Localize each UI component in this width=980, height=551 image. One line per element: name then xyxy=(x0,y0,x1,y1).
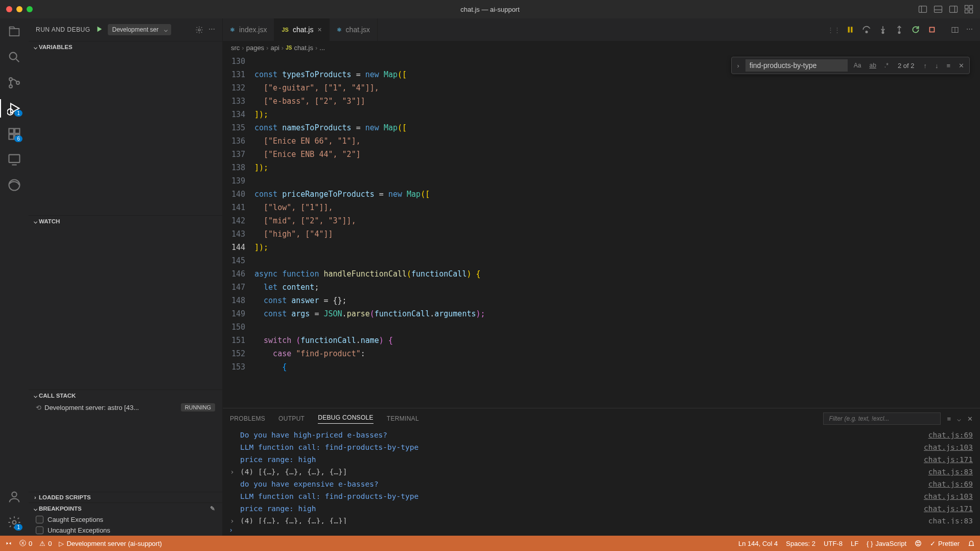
source-link[interactable]: chat.js:83 xyxy=(928,515,973,524)
feedback-icon[interactable] xyxy=(915,540,922,547)
find-selection-icon[interactable]: ≡ xyxy=(944,62,952,70)
source-link[interactable]: chat.js:103 xyxy=(924,490,973,502)
minimize-window-button[interactable] xyxy=(16,6,22,12)
source-control-icon[interactable] xyxy=(7,76,21,90)
split-editor-icon[interactable] xyxy=(951,25,959,35)
panel-tab-debug-console[interactable]: DEBUG CONSOLE xyxy=(318,414,374,424)
panel-tab-terminal[interactable]: TERMINAL xyxy=(387,415,419,422)
debug-session-status[interactable]: ▷ Development server (ai-support) xyxy=(59,540,161,547)
close-icon[interactable]: × xyxy=(317,26,321,34)
edit-icon[interactable]: ✎ xyxy=(210,505,219,512)
more-icon[interactable]: ⋯ xyxy=(208,25,215,35)
expand-icon[interactable]: › xyxy=(230,466,240,478)
svg-point-23 xyxy=(12,492,16,497)
editor-area: ⚛index.jsx JSchat.js× ⚛chat.jsx ⋮⋮ ⋯ src… xyxy=(223,18,980,536)
code-editor[interactable]: 1301311321331341351361371381391401411421… xyxy=(223,55,980,408)
debug-console[interactable]: Do you have high-priced e-basses?chat.js… xyxy=(223,429,980,524)
source-link[interactable]: chat.js:69 xyxy=(928,429,973,441)
whole-word-icon[interactable]: ab xyxy=(868,61,878,70)
settings-badge: 1 xyxy=(14,524,22,531)
match-case-icon[interactable]: Aa xyxy=(852,61,864,70)
debug-config-select[interactable]: Development ser ⌵ xyxy=(108,24,172,35)
layout-sidebar-right-icon[interactable] xyxy=(948,4,959,14)
layout-sidebar-left-icon[interactable] xyxy=(918,4,928,14)
svg-point-10 xyxy=(10,53,17,60)
language-mode[interactable]: { } JavaScript xyxy=(867,540,906,547)
start-debug-icon[interactable] xyxy=(96,26,103,34)
extensions-badge: 6 xyxy=(14,135,22,142)
watch-section-header[interactable]: ⌵WATCH xyxy=(29,216,222,227)
find-input[interactable] xyxy=(745,59,848,72)
drag-handle-icon[interactable]: ⋮⋮ xyxy=(829,25,838,34)
svg-rect-26 xyxy=(848,27,850,32)
source-link[interactable]: chat.js:83 xyxy=(928,466,973,478)
customize-layout-icon[interactable] xyxy=(964,4,974,14)
step-into-icon[interactable] xyxy=(878,25,888,34)
settings-gear-icon[interactable]: 1 xyxy=(7,515,21,530)
source-link[interactable]: chat.js:103 xyxy=(924,441,973,453)
react-icon: ⚛ xyxy=(230,27,235,33)
find-expand-icon[interactable]: › xyxy=(735,62,741,70)
code-content[interactable]: const typesToProducts = new Map([ ["e-gu… xyxy=(254,55,980,408)
maximize-window-button[interactable] xyxy=(27,6,33,12)
breakpoint-caught[interactable]: Caught Exceptions xyxy=(29,514,222,525)
collapse-panel-icon[interactable]: ⌵ xyxy=(957,415,961,423)
prettier-status[interactable]: ✓ Prettier xyxy=(930,540,960,547)
close-window-button[interactable] xyxy=(6,6,12,12)
step-out-icon[interactable] xyxy=(895,25,904,34)
accounts-icon[interactable] xyxy=(7,490,21,504)
regex-icon[interactable]: .* xyxy=(882,61,891,70)
eol[interactable]: LF xyxy=(851,540,858,547)
notifications-icon[interactable] xyxy=(968,540,975,547)
pause-icon[interactable] xyxy=(846,25,855,34)
close-panel-icon[interactable]: ✕ xyxy=(967,415,973,423)
run-debug-icon[interactable]: 1 xyxy=(7,101,21,116)
debug-session-icon: ⟲ xyxy=(36,404,41,411)
more-actions-icon[interactable]: ⋯ xyxy=(966,25,973,35)
search-icon[interactable] xyxy=(7,50,21,64)
callstack-item[interactable]: ⟲ Development server: astro [43... RUNNI… xyxy=(29,401,222,414)
step-over-icon[interactable] xyxy=(862,25,871,34)
find-close-icon[interactable]: ✕ xyxy=(956,62,966,70)
svg-rect-7 xyxy=(969,6,972,9)
find-prev-icon[interactable]: ↑ xyxy=(921,62,929,70)
checkbox[interactable] xyxy=(36,526,43,534)
panel-tab-problems[interactable]: PROBLEMS xyxy=(230,415,265,422)
variables-section-header[interactable]: ⌵VARIABLES xyxy=(29,41,222,53)
tab-index[interactable]: ⚛index.jsx xyxy=(223,18,274,41)
breakpoints-section-header[interactable]: ⌵BREAKPOINTS✎ xyxy=(29,503,222,514)
console-filter-input[interactable] xyxy=(823,412,941,425)
encoding[interactable]: UTF-8 xyxy=(824,540,843,547)
tab-chat-js[interactable]: JSchat.js× xyxy=(274,18,329,41)
remote-explorer-icon[interactable] xyxy=(7,152,21,167)
console-input[interactable]: › xyxy=(223,524,980,536)
svg-rect-18 xyxy=(9,134,14,139)
find-next-icon[interactable]: ↓ xyxy=(933,62,941,70)
breadcrumb[interactable]: src› pages› api› JS chat.js› ... xyxy=(223,41,980,55)
cursor-position[interactable]: Ln 144, Col 4 xyxy=(738,540,778,547)
source-link[interactable]: chat.js:171 xyxy=(924,502,973,515)
breakpoint-uncaught[interactable]: Uncaught Exceptions xyxy=(29,525,222,536)
loaded-scripts-section-header[interactable]: ›LOADED SCRIPTS xyxy=(29,492,222,502)
indentation[interactable]: Spaces: 2 xyxy=(786,540,815,547)
stop-icon[interactable] xyxy=(927,25,937,34)
errors-count[interactable]: ⓧ 0 xyxy=(19,539,32,548)
edge-tools-icon[interactable] xyxy=(7,178,21,192)
remote-indicator[interactable] xyxy=(5,540,12,547)
checkbox[interactable] xyxy=(36,516,43,523)
svg-rect-0 xyxy=(919,6,927,13)
clear-console-icon[interactable]: ≡ xyxy=(947,415,951,423)
debug-toolbar: ⋮⋮ xyxy=(822,25,944,34)
layout-panel-icon[interactable] xyxy=(933,4,943,14)
expand-icon[interactable]: › xyxy=(230,515,240,524)
restart-icon[interactable] xyxy=(911,25,920,34)
gear-icon[interactable] xyxy=(195,25,203,35)
panel-tab-output[interactable]: OUTPUT xyxy=(278,415,305,422)
source-link[interactable]: chat.js:171 xyxy=(924,453,973,466)
tab-chat-jsx[interactable]: ⚛chat.jsx xyxy=(330,18,378,41)
extensions-icon[interactable]: 6 xyxy=(7,127,21,141)
callstack-section-header[interactable]: ⌵CALL STACK xyxy=(29,390,222,401)
source-link[interactable]: chat.js:69 xyxy=(928,478,973,490)
warnings-count[interactable]: ⚠ 0 xyxy=(39,540,52,547)
explorer-icon[interactable] xyxy=(7,25,21,39)
